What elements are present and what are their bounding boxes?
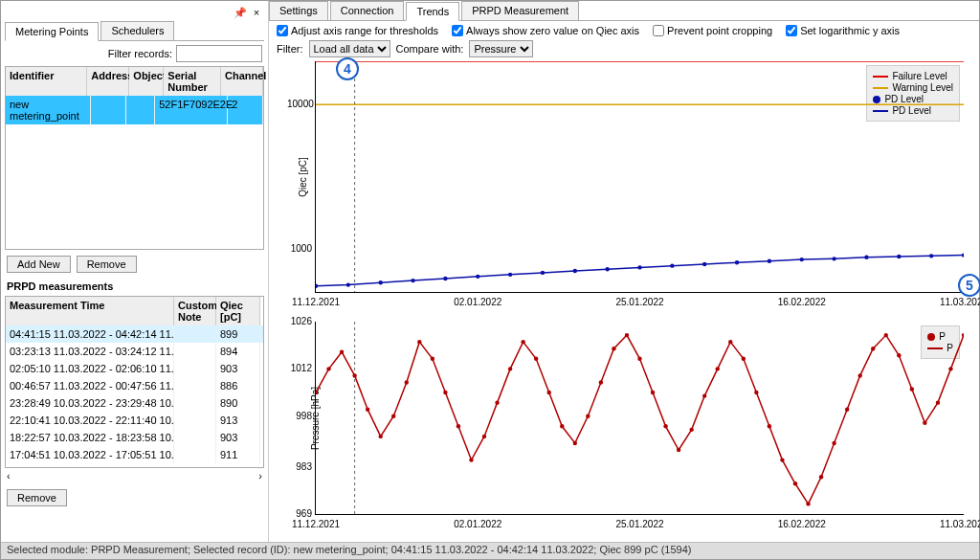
svg-point-11 [573,269,577,273]
svg-point-8 [476,275,479,279]
svg-point-44 [560,424,564,428]
mp-header[interactable]: Object [129,67,164,96]
ytick: 10000 [287,99,312,109]
close-icon[interactable]: × [251,7,262,19]
measurements-table: Measurement TimeCustom NoteQiec [pC] 04:… [5,296,264,468]
left-panel: 📌 × Metering PointsSchedulers Filter rec… [1,1,269,542]
svg-point-53 [677,448,680,452]
svg-point-26 [326,367,330,370]
svg-point-55 [702,393,706,397]
mp-header[interactable]: Address [87,67,129,96]
statusbar: Selected module: PRPD Measurement; Selec… [1,542,979,559]
xtick: 11.12.2021 [292,297,340,307]
table-row[interactable]: 17:04:51 10.03.2022 - 17:05:51 10.03.202… [6,446,263,463]
remove-meas-button[interactable]: Remove [7,489,67,506]
add-new-button[interactable]: Add New [7,256,71,273]
svg-point-30 [379,435,383,438]
svg-point-74 [948,367,952,370]
meas-header[interactable]: Measurement Time [6,297,174,325]
pressure-chart[interactable]: Pressure [hPa] PP 9699839981012102611.12… [315,322,964,515]
svg-point-64 [819,475,823,479]
qiec-ylabel: Qiec [pC] [298,157,308,197]
svg-point-48 [612,347,615,350]
svg-point-6 [411,279,414,282]
compare-label: Compare with: [396,43,464,55]
svg-point-13 [637,265,641,269]
svg-point-62 [793,482,797,485]
svg-point-61 [780,458,784,461]
svg-point-63 [806,502,810,505]
filter-select[interactable]: Load all data [309,40,390,57]
svg-point-36 [457,424,460,428]
svg-point-31 [391,414,395,418]
table-row[interactable]: 23:28:49 10.03.2022 - 23:29:48 10.03.202… [6,394,263,412]
svg-point-5 [379,280,383,284]
svg-point-51 [651,391,655,394]
svg-point-59 [754,391,758,394]
h-scroll-left-icon[interactable]: ‹ [7,470,11,482]
tab-metering-points[interactable]: Metering Points [5,22,99,41]
ytick: 969 [287,508,312,519]
svg-point-43 [547,391,551,394]
svg-point-3 [316,284,318,288]
svg-point-71 [910,387,914,391]
tab-prpd-measurement[interactable]: PRPD Measurement [461,1,579,20]
table-row[interactable]: 00:46:57 11.03.2022 - 00:47:56 11.03.202… [6,377,263,394]
table-row[interactable]: 04:41:15 11.03.2022 - 04:42:14 11.03.202… [6,325,263,343]
svg-point-58 [742,357,746,361]
meas-header[interactable]: Custom Note [174,297,216,325]
option-log_y[interactable]: Set logarithmic y axis [786,25,900,36]
xtick: 11.12.2021 [292,519,340,529]
svg-point-7 [443,277,447,280]
svg-point-17 [768,258,771,262]
svg-point-50 [637,357,641,361]
svg-point-35 [443,391,447,394]
table-row[interactable]: 03:23:13 11.03.2022 - 03:24:12 11.03.202… [6,343,263,360]
table-row[interactable]: 22:10:41 10.03.2022 - 22:11:40 10.03.202… [6,412,263,429]
svg-point-54 [689,428,693,432]
xtick: 02.01.2022 [454,519,501,529]
filter-records-input[interactable] [176,45,262,62]
remove-mp-button[interactable]: Remove [77,256,137,273]
tab-connection[interactable]: Connection [330,1,405,20]
svg-point-27 [340,350,344,354]
svg-point-12 [605,267,609,271]
svg-point-34 [431,357,434,361]
charts-area: 4 5 Qiec [pC] Failure LevelWarning Level… [269,61,979,542]
compare-select[interactable]: Pressure [469,40,533,57]
svg-point-40 [508,367,512,370]
option-show_zero[interactable]: Always show zero value on Qiec axis [452,25,639,36]
svg-point-60 [768,424,771,428]
tab-schedulers[interactable]: Schedulers [100,21,174,40]
svg-point-47 [599,380,603,384]
svg-point-28 [352,373,356,377]
xtick: 16.02.2022 [778,297,826,307]
filter-records-label: Filter records: [108,48,172,59]
svg-point-38 [482,435,486,438]
svg-point-33 [417,340,421,344]
svg-point-41 [521,340,524,344]
qiec-chart[interactable]: Qiec [pC] Failure LevelWarning LevelPD L… [315,61,964,293]
svg-point-75 [962,333,964,337]
svg-point-32 [405,380,409,384]
mp-header[interactable]: Channel [221,67,263,96]
pin-icon[interactable]: 📌 [234,7,245,19]
option-adjust_axis[interactable]: Adjust axis range for thresholds [277,25,438,36]
table-row[interactable]: 02:05:10 11.03.2022 - 02:06:10 11.03.202… [6,360,263,377]
mp-header[interactable]: Serial Number [164,67,221,96]
table-row[interactable]: 18:22:57 10.03.2022 - 18:23:58 10.03.202… [6,429,263,446]
callout-5: 5 [958,274,980,297]
tab-trends[interactable]: Trends [406,2,459,21]
svg-point-37 [469,458,473,461]
tab-settings[interactable]: Settings [269,1,328,20]
svg-point-42 [534,357,538,361]
svg-point-66 [845,408,849,412]
svg-point-68 [871,347,875,350]
option-prevent_crop[interactable]: Prevent point cropping [653,25,772,36]
h-scroll-right-icon[interactable]: › [258,470,262,482]
callout-4: 4 [336,57,359,80]
table-row[interactable]: new metering_point52F1F7092E2E2 [6,96,263,124]
mp-header[interactable]: Identifier [6,67,87,96]
meas-header[interactable]: Qiec [pC] [216,297,260,325]
svg-point-19 [832,257,835,260]
